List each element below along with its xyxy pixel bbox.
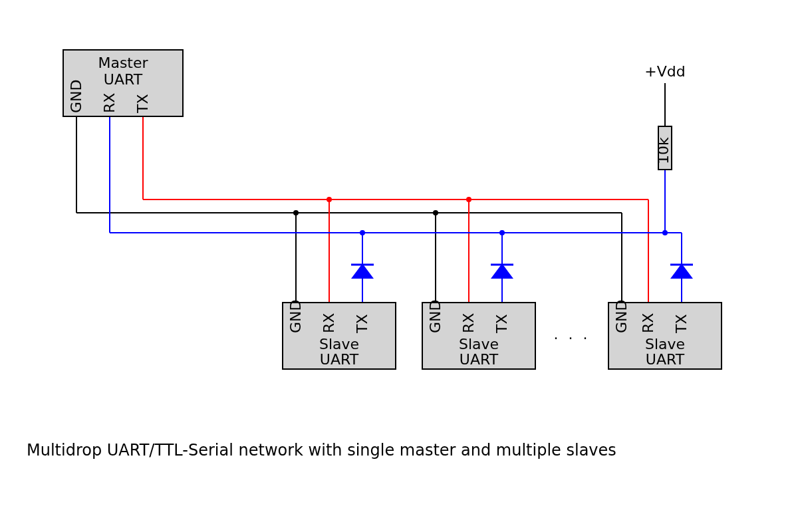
- slave2-title1: Slave: [459, 336, 499, 352]
- svg-point-21: [499, 230, 505, 235]
- slave2-pin-tx: TX: [493, 314, 510, 334]
- diode-slave1: [351, 265, 374, 278]
- slaven-pin-gnd: GND: [613, 300, 630, 333]
- diode-slave3: [670, 265, 693, 278]
- slave2-pin-gnd: GND: [427, 300, 444, 333]
- slave-uart-block-1: GND RX TX Slave UART: [283, 300, 396, 369]
- diode-slave2: [491, 265, 513, 278]
- master-pin-gnd: GND: [68, 80, 84, 113]
- svg-point-20: [360, 230, 365, 235]
- resistor-value-label: 10k: [655, 137, 672, 164]
- master-pin-rx: RX: [101, 93, 118, 113]
- vdd-label: +Vdd: [644, 63, 685, 80]
- slaven-pin-rx: RX: [640, 313, 656, 333]
- slave2-pin-rx: RX: [460, 313, 477, 333]
- master-title2: UART: [104, 71, 143, 88]
- slave1-title2: UART: [320, 351, 359, 368]
- slaven-title2: UART: [646, 351, 685, 368]
- svg-point-5: [293, 210, 299, 215]
- slave1-title1: Slave: [319, 336, 359, 352]
- svg-point-13: [466, 197, 471, 202]
- svg-marker-27: [352, 265, 372, 278]
- slave-uart-block-n: GND RX TX Slave UART: [608, 300, 722, 369]
- slaven-title1: Slave: [645, 336, 685, 352]
- svg-point-12: [327, 197, 332, 202]
- svg-marker-31: [672, 265, 692, 278]
- pullup-resistor: 10k: [655, 126, 672, 170]
- slave1-pin-gnd: GND: [287, 300, 304, 333]
- slave1-pin-tx: TX: [354, 314, 370, 334]
- master-uart-block: Master UART GND RX TX: [63, 50, 183, 116]
- slave-uart-block-2: GND RX TX Slave UART: [422, 300, 535, 369]
- slaven-pin-tx: TX: [673, 314, 690, 334]
- svg-point-6: [433, 210, 438, 215]
- diagram-caption: Multidrop UART/TTL-Serial network with s…: [27, 441, 616, 460]
- slave2-title2: UART: [460, 351, 499, 368]
- master-pin-tx: TX: [134, 94, 151, 114]
- svg-marker-29: [492, 265, 512, 278]
- ellipsis-icon: . . .: [554, 326, 591, 342]
- slave1-pin-rx: RX: [321, 313, 337, 333]
- master-title1: Master: [98, 55, 148, 71]
